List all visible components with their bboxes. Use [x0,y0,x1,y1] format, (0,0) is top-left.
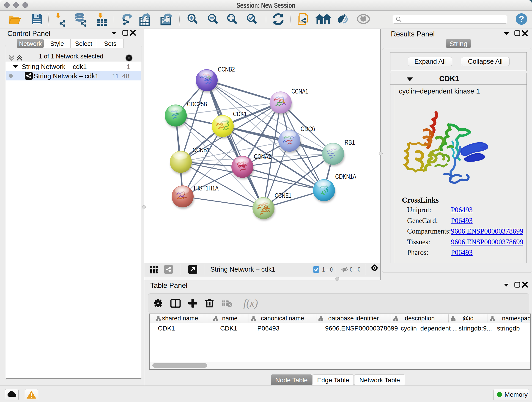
svg-text:canonical name: canonical name [261,315,304,322]
svg-text:namespac: namespac [502,315,531,322]
svg-text:database identifier: database identifier [328,315,379,322]
svg-text:f(x): f(x) [243,297,258,309]
svg-text:CCNE1: CCNE1 [275,192,291,199]
svg-text:Memory: Memory [505,391,528,398]
svg-text:CCNB1: CCNB1 [193,146,210,153]
svg-text:CDK1: CDK1 [233,110,247,118]
svg-text:name: name [222,315,238,322]
svg-text:HIST1H1A: HIST1H1A [194,185,219,192]
svg-text:CDC6: CDC6 [301,125,315,133]
svg-text:CDKN1A: CDKN1A [335,173,356,180]
svg-text:0 – 0: 0 – 0 [350,266,360,273]
svg-text:@id: @id [462,315,474,322]
svg-text:description: description [405,315,435,322]
svg-text:CCNA2: CCNA2 [254,153,271,160]
svg-text:CCNA1: CCNA1 [291,88,308,95]
svg-text:RB1: RB1 [345,139,355,146]
svg-text:CDC25B: CDC25B [187,100,207,108]
svg-text:String Network – cdk1: String Network – cdk1 [210,266,275,273]
svg-text:shared name: shared name [162,315,198,322]
svg-text:?: ? [519,14,524,24]
svg-text:1 – 0: 1 – 0 [322,266,333,273]
svg-text:CCNB2: CCNB2 [218,65,235,73]
